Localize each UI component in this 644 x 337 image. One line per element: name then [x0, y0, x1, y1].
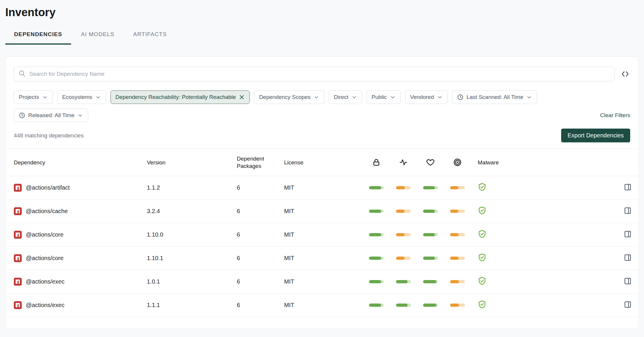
table-row[interactable]: @actions/core 1.10.1 6 MIT: [6, 247, 638, 270]
license-value: MIT: [284, 231, 368, 238]
dependency-version: 1.1.1: [147, 302, 237, 309]
popularity-score-bar: [423, 186, 438, 189]
license-value: MIT: [284, 208, 368, 215]
filter-row-1: Projects Ecosystems Dependency Reachabil…: [14, 90, 630, 104]
dependency-name[interactable]: @actions/exec: [26, 278, 64, 285]
table-row[interactable]: @actions/exec 1.0.1 6 MIT: [6, 270, 638, 294]
dependencies-table: Dependency Version Dependent Packages Li…: [6, 149, 638, 317]
filter-chip-label: Vendored: [410, 94, 434, 100]
license-value: MIT: [284, 302, 368, 309]
column-header-dependent-packages[interactable]: Dependent Packages: [237, 155, 272, 170]
results-row: 448 matching dependencies Export Depende…: [14, 129, 630, 142]
filter-row-2: Released: All Time Clear Filters: [14, 109, 630, 122]
security-score-bar: [369, 257, 384, 260]
shield-check-icon: [478, 277, 487, 287]
filter-chip-label: Last Scanned: All Time: [467, 94, 523, 100]
column-header-dependency[interactable]: Dependency: [6, 159, 147, 166]
filter-chip-label: Public: [372, 94, 387, 100]
side-panel-icon[interactable]: [624, 183, 632, 193]
dependent-packages-count: 6: [237, 231, 284, 238]
tab-dependencies[interactable]: DEPENDENCIES: [5, 31, 71, 45]
remove-filter-icon[interactable]: [239, 94, 245, 100]
license-value: MIT: [284, 255, 368, 262]
popularity-score-bar: [423, 210, 438, 213]
filter-chip[interactable]: Dependency Reachability: Potentially Rea…: [110, 90, 250, 104]
filter-chip[interactable]: Ecosystems: [57, 90, 106, 104]
column-header-license[interactable]: License: [284, 159, 368, 166]
side-panel-icon[interactable]: [624, 277, 632, 287]
popularity-score-bar: [423, 280, 438, 283]
filter-chip[interactable]: Vendored: [405, 90, 448, 104]
filter-chip[interactable]: Projects: [14, 90, 53, 104]
chevron-down-icon: [313, 94, 319, 100]
export-dependencies-button[interactable]: Export Dependencies: [561, 129, 630, 142]
search-box[interactable]: [14, 67, 615, 81]
maintenance-score-bar: [396, 186, 411, 189]
dependent-packages-count: 6: [237, 278, 284, 285]
security-score-bar: [369, 304, 384, 307]
security-score-bar: [369, 186, 384, 189]
results-count: 448 matching dependencies: [14, 132, 84, 139]
search-input[interactable]: [29, 71, 611, 77]
malware-status: [476, 277, 617, 287]
dependency-version: 1.0.1: [147, 278, 237, 285]
filter-chip[interactable]: Public: [367, 90, 401, 104]
quality-score-bar: [450, 233, 465, 236]
shield-check-icon: [478, 253, 487, 263]
malware-status: [476, 300, 617, 310]
chevron-down-icon: [437, 94, 443, 100]
dependent-packages-count: 6: [237, 255, 284, 262]
filter-chip-label: Dependency Reachability: Potentially Rea…: [115, 94, 236, 100]
page-title: Inventory: [5, 5, 644, 20]
clock-icon: [457, 94, 464, 100]
dependency-name[interactable]: @actions/cache: [26, 208, 68, 215]
side-panel-icon[interactable]: [624, 230, 632, 240]
quality-score-bar: [450, 186, 465, 189]
dependency-version: 3.2.4: [147, 208, 237, 215]
table-row[interactable]: @actions/core 1.10.0 6 MIT: [6, 223, 638, 247]
maintenance-score-bar: [396, 304, 411, 307]
dependency-name[interactable]: @actions/core: [26, 255, 63, 262]
shield-check-icon: [478, 206, 487, 216]
shield-check-icon: [478, 230, 487, 240]
column-header-malware[interactable]: Malware: [476, 159, 617, 166]
filter-chip-label: Projects: [19, 94, 39, 100]
npm-icon: [14, 231, 22, 239]
column-header-version[interactable]: Version: [147, 159, 237, 166]
lock-icon[interactable]: [368, 158, 395, 167]
tab-ai-models[interactable]: AI MODELS: [72, 31, 123, 45]
dependency-name[interactable]: @actions/exec: [26, 302, 64, 309]
filter-chip-label: Ecosystems: [62, 94, 92, 100]
heart-icon[interactable]: [422, 158, 449, 167]
quality-score-bar: [450, 210, 465, 213]
inventory-card: Projects Ecosystems Dependency Reachabil…: [5, 56, 639, 329]
filter-chip[interactable]: Released: All Time: [14, 109, 88, 122]
search-row: [14, 67, 630, 81]
side-panel-icon[interactable]: [624, 207, 632, 216]
popularity-score-bar: [423, 233, 438, 236]
chevron-down-icon: [526, 94, 532, 100]
dependency-name[interactable]: @actions/core: [26, 231, 63, 238]
filter-chip[interactable]: Last Scanned: All Time: [452, 90, 537, 104]
malware-status: [476, 253, 617, 263]
dependency-name[interactable]: @actions/artifact: [26, 184, 70, 191]
table-row[interactable]: @actions/exec 1.1.1 6 MIT: [6, 294, 638, 317]
quality-score-bar: [450, 257, 465, 260]
table-row[interactable]: @actions/cache 3.2.4 6 MIT: [6, 200, 638, 223]
side-panel-icon[interactable]: [624, 254, 632, 263]
quality-score-bar: [450, 280, 465, 283]
table-row[interactable]: @actions/artifact 1.1.2 6 MIT: [6, 176, 638, 200]
security-score-bar: [369, 210, 384, 213]
target-icon[interactable]: [449, 158, 476, 167]
filter-chip[interactable]: Direct: [329, 90, 362, 104]
chevron-down-icon: [77, 112, 83, 118]
code-icon[interactable]: [620, 69, 630, 79]
activity-icon[interactable]: [395, 158, 422, 167]
license-value: MIT: [284, 278, 368, 285]
chevron-down-icon: [95, 94, 101, 100]
tab-artifacts[interactable]: ARTIFACTS: [124, 31, 175, 45]
maintenance-score-bar: [396, 210, 411, 213]
side-panel-icon[interactable]: [624, 301, 632, 310]
clear-filters-link[interactable]: Clear Filters: [600, 112, 630, 119]
filter-chip[interactable]: Dependency Scopes: [254, 90, 324, 104]
